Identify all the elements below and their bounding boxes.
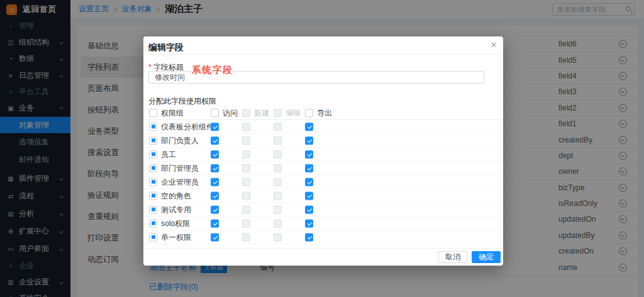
group-checkbox[interactable] bbox=[149, 219, 157, 227]
create-checkbox bbox=[242, 136, 250, 144]
create-checkbox bbox=[242, 205, 250, 213]
export-checkbox[interactable] bbox=[305, 192, 313, 200]
group-checkbox[interactable] bbox=[149, 122, 157, 131]
group-header-label: 权限组 bbox=[161, 108, 184, 119]
export-header-label: 导出 bbox=[317, 108, 332, 119]
export-header-checkbox[interactable] bbox=[305, 109, 313, 117]
export-checkbox[interactable] bbox=[305, 178, 313, 186]
required-asterisk: * bbox=[148, 63, 152, 72]
permission-row: 空的角色 bbox=[143, 189, 503, 203]
group-checkbox[interactable] bbox=[149, 233, 157, 241]
group-checkbox[interactable] bbox=[149, 205, 157, 213]
access-checkbox[interactable] bbox=[211, 150, 219, 158]
modal-footer-divider bbox=[143, 248, 503, 249]
export-checkbox[interactable] bbox=[305, 164, 313, 172]
permission-row: 员工 bbox=[143, 148, 503, 161]
permissions-rows: 仪表板分析组件部门负责人员工部门管理员企业管理员空的角色测试专用solo权限单一… bbox=[143, 120, 503, 244]
access-header-label: 访问 bbox=[223, 108, 238, 119]
edit-checkbox bbox=[274, 136, 282, 144]
edit-checkbox bbox=[274, 122, 282, 131]
group-checkbox[interactable] bbox=[149, 192, 157, 200]
modal-title: 编辑字段 bbox=[148, 42, 184, 53]
permission-group-name: 仪表板分析组件 bbox=[161, 121, 214, 132]
permission-group-name: solo权限 bbox=[161, 218, 190, 229]
system-field-annotation: 系统字段 bbox=[192, 64, 233, 76]
access-checkbox[interactable] bbox=[211, 136, 219, 144]
edit-checkbox bbox=[274, 150, 282, 158]
export-checkbox[interactable] bbox=[305, 233, 313, 241]
group-header-checkbox[interactable] bbox=[149, 109, 157, 117]
export-checkbox[interactable] bbox=[305, 205, 313, 213]
access-checkbox[interactable] bbox=[211, 192, 219, 200]
permission-row: 部门管理员 bbox=[143, 161, 503, 175]
access-checkbox[interactable] bbox=[211, 219, 219, 227]
create-checkbox bbox=[242, 192, 250, 200]
permissions-section-title: 分配此字段使用权限 bbox=[148, 96, 216, 107]
permission-row: 测试专用 bbox=[143, 203, 503, 217]
permission-row: 单一权限 bbox=[143, 230, 503, 244]
permission-row: 企业管理员 bbox=[143, 175, 503, 189]
edit-checkbox bbox=[274, 233, 282, 241]
export-checkbox[interactable] bbox=[305, 150, 313, 158]
modal-footer: 取消 确定 bbox=[438, 251, 501, 263]
access-checkbox[interactable] bbox=[211, 233, 219, 241]
create-checkbox bbox=[242, 219, 250, 227]
cancel-button[interactable]: 取消 bbox=[438, 251, 467, 263]
edit-checkbox bbox=[274, 192, 282, 200]
export-checkbox[interactable] bbox=[305, 136, 313, 144]
permission-group-name: 空的角色 bbox=[161, 190, 191, 201]
export-checkbox[interactable] bbox=[305, 219, 313, 227]
create-header-checkbox bbox=[242, 109, 250, 117]
permission-group-name: 企业管理员 bbox=[161, 176, 199, 187]
group-checkbox[interactable] bbox=[149, 150, 157, 158]
group-checkbox[interactable] bbox=[149, 164, 157, 172]
edit-header-label: 编辑 bbox=[286, 108, 301, 119]
edit-checkbox bbox=[274, 164, 282, 172]
permission-group-name: 部门管理员 bbox=[161, 163, 199, 173]
close-icon[interactable]: × bbox=[491, 40, 497, 50]
permission-group-name: 测试专用 bbox=[161, 204, 191, 215]
edit-header-checkbox bbox=[274, 109, 282, 117]
export-checkbox[interactable] bbox=[305, 122, 313, 131]
edit-field-modal: 编辑字段 × *字段标题 系统字段 分配此字段使用权限 权限组访问新建编辑导出 … bbox=[143, 36, 503, 266]
access-header-checkbox[interactable] bbox=[211, 109, 219, 117]
modal-title-divider bbox=[143, 54, 503, 55]
permission-group-name: 部门负责人 bbox=[161, 135, 199, 146]
group-checkbox[interactable] bbox=[149, 178, 157, 186]
create-checkbox bbox=[242, 178, 250, 186]
create-checkbox bbox=[242, 164, 250, 172]
permission-row: solo权限 bbox=[143, 217, 503, 230]
permissions-header-row: 权限组访问新建编辑导出 bbox=[143, 107, 503, 119]
edit-checkbox bbox=[274, 178, 282, 186]
permission-row: 仪表板分析组件 bbox=[143, 120, 503, 134]
access-checkbox[interactable] bbox=[211, 164, 219, 172]
permission-group-name: 员工 bbox=[161, 149, 176, 159]
access-checkbox[interactable] bbox=[211, 178, 219, 186]
access-checkbox[interactable] bbox=[211, 122, 219, 131]
ok-button[interactable]: 确定 bbox=[472, 251, 501, 263]
edit-checkbox bbox=[274, 205, 282, 213]
permission-group-name: 单一权限 bbox=[161, 232, 191, 242]
create-checkbox bbox=[242, 122, 250, 131]
permission-row: 部门负责人 bbox=[143, 134, 503, 148]
create-header-label: 新建 bbox=[254, 108, 269, 119]
create-checkbox bbox=[242, 150, 250, 158]
access-checkbox[interactable] bbox=[211, 205, 219, 213]
edit-checkbox bbox=[274, 219, 282, 227]
group-checkbox[interactable] bbox=[149, 136, 157, 144]
create-checkbox bbox=[242, 233, 250, 241]
